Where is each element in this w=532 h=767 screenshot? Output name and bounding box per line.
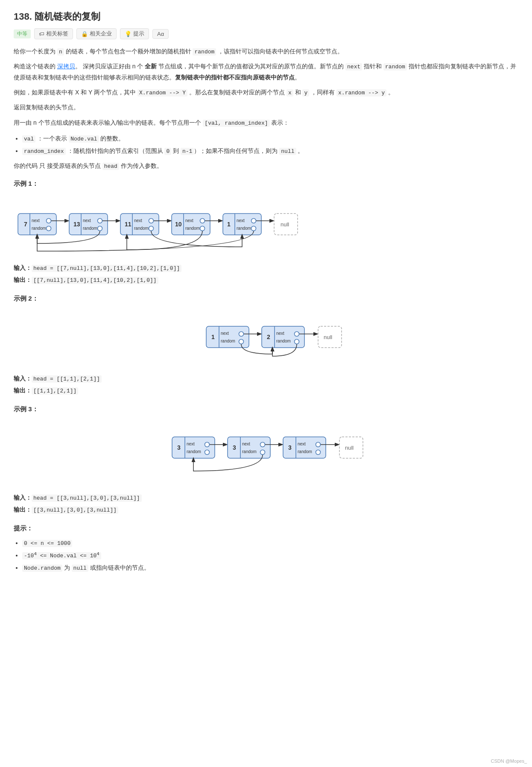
- deep-copy-link[interactable]: 深拷贝: [57, 63, 75, 70]
- difficulty-badge: 中等: [14, 29, 31, 38]
- svg-text:1: 1: [227, 221, 231, 228]
- svg-point-14: [98, 226, 102, 231]
- svg-text:next: next: [242, 442, 250, 446]
- company-icon: 🔒: [81, 31, 88, 37]
- svg-text:null: null: [324, 334, 332, 340]
- example-2-title: 示例 2：: [14, 295, 518, 303]
- example-3-svg: 3 next random 3 next random 3 next: [151, 426, 381, 482]
- hint-icon: 💡: [125, 31, 132, 37]
- svg-point-80: [316, 442, 321, 447]
- hints-title: 提示：: [14, 524, 518, 533]
- svg-point-74: [260, 450, 265, 455]
- bullet-item-2: random_index ：随机指针指向的节点索引（范围从 0 到 n-1）；如…: [22, 145, 518, 157]
- example-1-svg: 7 next random 13 next random 11 next ran…: [14, 201, 313, 252]
- svg-text:13: 13: [73, 221, 80, 228]
- svg-text:7: 7: [24, 221, 27, 228]
- svg-point-36: [251, 219, 256, 223]
- desc-para6: 你的代码 只 接受原链表的头节点 head 作为传入参数。: [14, 161, 518, 171]
- svg-text:11: 11: [125, 221, 132, 228]
- desc-para2: 构造这个链表的 深拷贝。 深拷贝应该正好由 n 个 全新 节点组成，其中每个新节…: [14, 61, 518, 83]
- svg-point-54: [295, 332, 299, 337]
- svg-point-48: [239, 340, 244, 344]
- svg-point-6: [47, 226, 51, 231]
- svg-text:next: next: [237, 218, 245, 223]
- svg-text:next: next: [221, 331, 229, 336]
- svg-point-82: [316, 450, 321, 455]
- example-1: 示例 1： 7 next random 13 next random: [14, 180, 518, 286]
- example-3-title: 示例 3：: [14, 405, 518, 413]
- svg-text:next: next: [32, 218, 40, 223]
- page-title: 138. 随机链表的复制: [14, 10, 518, 23]
- svg-text:random: random: [298, 449, 312, 454]
- svg-text:null: null: [345, 445, 354, 451]
- svg-point-66: [205, 450, 210, 455]
- svg-text:random: random: [134, 226, 149, 231]
- svg-text:next: next: [185, 218, 193, 223]
- example-3-io: 输入：head = [[3,null],[3,0],[3,null]] 输出：[…: [14, 492, 518, 516]
- svg-text:null: null: [281, 221, 289, 228]
- svg-text:next: next: [83, 218, 91, 223]
- svg-point-64: [205, 442, 210, 447]
- example-1-title: 示例 1：: [14, 180, 518, 188]
- hint-item-3: Node.random 为 null 或指向链表中的节点。: [22, 562, 518, 574]
- svg-point-46: [239, 332, 244, 337]
- diagram-3: 3 next random 3 next random 3 next: [14, 418, 518, 490]
- hints-list: 0 <= n <= 1000 -104 <= Node.val <= 104 N…: [22, 537, 518, 574]
- svg-text:10: 10: [175, 221, 182, 228]
- example-2-io: 输入：head = [[1,1],[2,1]] 输出：[[1,1],[2,1]]: [14, 373, 518, 397]
- example-3: 示例 3： 3 next random 3 next random: [14, 405, 518, 516]
- related-companies-button[interactable]: 🔒 相关企业: [76, 28, 117, 39]
- related-tags-button[interactable]: 🏷 相关标签: [34, 28, 73, 39]
- tag-icon: 🏷: [39, 31, 44, 37]
- bullet-item-1: val ：一个表示 Node.val 的整数。: [22, 132, 518, 145]
- svg-text:random: random: [185, 226, 200, 231]
- desc-para3: 例如，如果原链表中有 X 和 Y 两个节点，其中 X.random --> Y …: [14, 87, 518, 98]
- hint-item-2: -104 <= Node.val <= 104: [22, 549, 518, 562]
- svg-text:next: next: [187, 442, 195, 446]
- diagram-2: 1 next random 2 next random null: [14, 307, 518, 371]
- desc-para1: 给你一个长度为 n 的链表，每个节点包含一个额外增加的随机指针 random ，…: [14, 46, 518, 57]
- svg-point-28: [200, 219, 205, 223]
- svg-text:random: random: [187, 449, 201, 454]
- svg-text:next: next: [276, 331, 284, 336]
- hint-item-1: 0 <= n <= 1000: [22, 537, 518, 549]
- svg-point-22: [149, 226, 154, 231]
- diagram-1: 7 next random 13 next random 11 next ran…: [14, 192, 518, 261]
- svg-point-38: [251, 226, 256, 231]
- bullet-list: val ：一个表示 Node.val 的整数。 random_index ：随机…: [22, 132, 518, 157]
- desc-para5: 用一由 n 个节点组成的链表来表示输入/输出中的链表。每个节点用一个 [val,…: [14, 117, 518, 128]
- svg-text:random: random: [83, 226, 97, 231]
- svg-text:random: random: [276, 339, 291, 343]
- svg-point-72: [260, 442, 265, 447]
- svg-point-4: [47, 219, 51, 223]
- hints-button[interactable]: 💡 提示: [120, 28, 149, 39]
- svg-text:3: 3: [288, 444, 292, 451]
- svg-point-56: [295, 340, 299, 344]
- svg-text:random: random: [221, 339, 235, 343]
- desc-para4: 返回复制链表的头节点。: [14, 102, 518, 113]
- svg-text:2: 2: [267, 334, 270, 340]
- svg-point-30: [200, 226, 205, 231]
- font-size-button[interactable]: Aα: [152, 29, 169, 39]
- example-2: 示例 2： 1 next random 2 next random: [14, 295, 518, 397]
- svg-text:3: 3: [233, 444, 236, 451]
- svg-text:random: random: [242, 449, 257, 454]
- svg-text:next: next: [134, 218, 142, 223]
- example-1-io: 输入：head = [[7,null],[13,0],[11,4],[10,2]…: [14, 262, 518, 286]
- description: 给你一个长度为 n 的链表，每个节点包含一个额外增加的随机指针 random ，…: [14, 46, 518, 171]
- svg-text:random: random: [32, 226, 46, 231]
- svg-text:3: 3: [177, 444, 181, 451]
- svg-text:1: 1: [211, 334, 215, 340]
- svg-point-20: [149, 219, 154, 223]
- example-2-svg: 1 next random 2 next random null: [164, 316, 368, 363]
- hints-section: 提示： 0 <= n <= 1000 -104 <= Node.val <= 1…: [14, 524, 518, 574]
- svg-text:random: random: [237, 226, 251, 231]
- tags-row: 中等 🏷 相关标签 🔒 相关企业 💡 提示 Aα: [14, 28, 518, 39]
- svg-point-12: [98, 219, 102, 223]
- svg-text:next: next: [298, 442, 306, 446]
